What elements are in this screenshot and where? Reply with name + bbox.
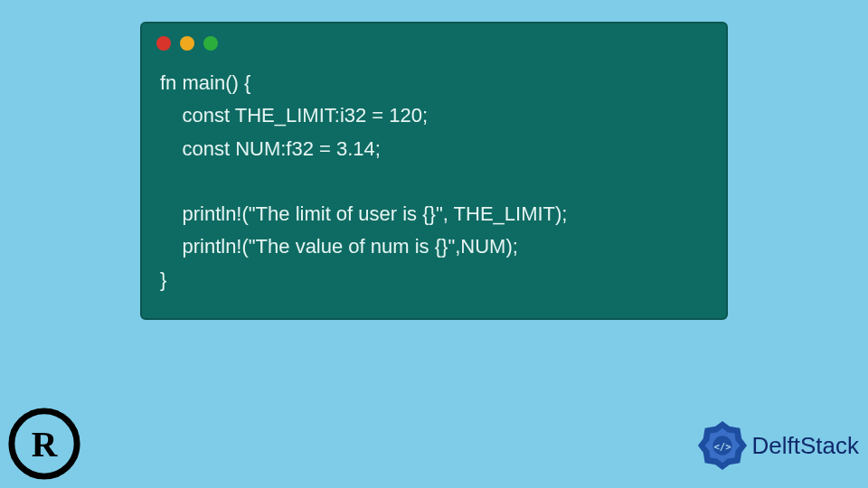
svg-point-9 [30,410,34,415]
svg-text:R: R [32,425,58,465]
svg-point-14 [11,454,15,458]
svg-point-13 [11,429,15,434]
svg-text:</>: </> [713,441,731,453]
svg-point-5 [19,418,24,423]
delftstack-brand-text: DelftStack [752,432,860,460]
svg-point-10 [54,410,59,415]
svg-point-8 [65,465,70,469]
svg-point-6 [65,418,70,423]
svg-point-11 [30,473,34,477]
delftstack-logo: </> DelftStack [696,419,860,472]
svg-point-3 [9,441,14,446]
svg-point-16 [73,454,78,458]
window-controls [142,23,726,58]
svg-point-12 [54,473,59,477]
delftstack-badge-icon: </> [696,419,749,472]
svg-point-2 [42,474,46,479]
rust-logo-icon: R [5,405,83,483]
code-block: fn main() { const THE_LIMIT:i32 = 120; c… [142,58,726,300]
minimize-dot-icon [180,36,194,51]
svg-point-4 [75,441,80,446]
svg-point-15 [73,429,78,434]
maximize-dot-icon [203,36,218,51]
close-dot-icon [156,36,171,51]
code-window: fn main() { const THE_LIMIT:i32 = 120; c… [140,22,728,320]
svg-point-7 [19,465,24,469]
svg-point-1 [42,408,46,413]
